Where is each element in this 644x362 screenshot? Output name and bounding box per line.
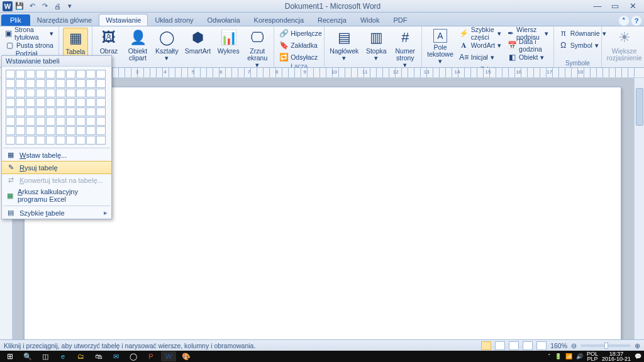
qat-dropdown-icon[interactable]: ▾ xyxy=(64,1,75,11)
grid-cell[interactable] xyxy=(86,70,96,79)
word-taskbar-icon[interactable]: W xyxy=(161,351,176,361)
more-brightness-button[interactable]: ☀Większe rozjaśnienie xyxy=(606,28,643,63)
view-web[interactable] xyxy=(509,341,519,350)
grid-cell[interactable] xyxy=(26,126,35,135)
grid-cell[interactable] xyxy=(76,117,86,126)
close-button[interactable]: ✕ xyxy=(625,1,640,11)
grid-cell[interactable] xyxy=(76,89,86,97)
grid-cell[interactable] xyxy=(16,136,25,145)
sym-btn-0[interactable]: πRównanie ▾ xyxy=(558,28,608,39)
chrome-icon[interactable]: ◯ xyxy=(126,351,141,361)
grid-cell[interactable] xyxy=(6,126,15,135)
grid-cell[interactable] xyxy=(16,70,25,79)
grid-cell[interactable] xyxy=(86,136,96,145)
grid-cell[interactable] xyxy=(16,89,25,97)
grid-cell[interactable] xyxy=(36,136,45,145)
grid-cell[interactable] xyxy=(36,70,45,79)
text-a-1[interactable]: 𝐀WordArt ▾ xyxy=(458,40,502,51)
vertical-scrollbar[interactable] xyxy=(634,78,644,339)
grid-cell[interactable] xyxy=(56,98,65,107)
grid-cell[interactable] xyxy=(66,98,75,107)
view-outline[interactable] xyxy=(523,341,533,350)
tab-pdf[interactable]: PDF xyxy=(386,14,414,26)
undo-icon[interactable]: ↶ xyxy=(26,1,38,11)
grid-cell[interactable] xyxy=(86,107,96,116)
grid-cell[interactable] xyxy=(16,107,25,116)
view-full-screen[interactable] xyxy=(495,341,505,350)
grid-cell[interactable] xyxy=(86,79,96,88)
grid-cell[interactable] xyxy=(66,136,75,145)
text-a-0[interactable]: ⚡Szybkie części ▾ xyxy=(458,28,502,39)
cover-page-button[interactable]: ▣Strona tytułowa ▾ xyxy=(4,28,55,39)
grid-cell[interactable] xyxy=(16,98,25,107)
view-draft[interactable] xyxy=(536,341,547,350)
grid-cell[interactable] xyxy=(16,117,25,126)
grid-cell[interactable] xyxy=(56,136,65,145)
grid-cell[interactable] xyxy=(26,117,35,126)
grid-cell[interactable] xyxy=(76,126,86,135)
illus-btn-1[interactable]: 👤Obiekt clipart xyxy=(125,28,150,70)
grid-cell[interactable] xyxy=(6,136,15,145)
grid-cell[interactable] xyxy=(16,126,25,135)
tab-references[interactable]: Odwołania xyxy=(201,14,247,26)
grid-cell[interactable] xyxy=(96,126,106,135)
grid-cell[interactable] xyxy=(46,107,55,116)
scrollbar-thumb[interactable] xyxy=(636,88,643,126)
tab-layout[interactable]: Układ strony xyxy=(148,14,200,26)
notifications-icon[interactable]: 💬 xyxy=(635,353,641,359)
text-a-2[interactable]: A≡Inicjał ▾ xyxy=(458,52,502,63)
volume-icon[interactable]: 🔊 xyxy=(576,353,583,359)
grid-cell[interactable] xyxy=(36,98,45,107)
tab-mailings[interactable]: Korespondencja xyxy=(247,14,311,26)
grid-cell[interactable] xyxy=(76,136,86,145)
grid-cell[interactable] xyxy=(6,117,15,126)
text-b-1[interactable]: 📅Data i godzina xyxy=(506,40,550,51)
grid-cell[interactable] xyxy=(6,107,15,116)
tab-review[interactable]: Recenzja xyxy=(311,14,353,26)
print-icon[interactable]: 🖨 xyxy=(52,1,63,11)
text-b-2[interactable]: ◧Obiekt ▾ xyxy=(506,52,550,63)
tab-insert[interactable]: Wstawianie xyxy=(99,14,148,26)
tab-view[interactable]: Widok xyxy=(353,14,387,26)
quick-tables-menuitem[interactable]: ▤Szybkie tabele▸ xyxy=(2,207,111,219)
grid-cell[interactable] xyxy=(96,89,106,97)
grid-cell[interactable] xyxy=(36,107,45,116)
sym-btn-1[interactable]: ΩSymbol ▾ xyxy=(558,40,608,51)
grid-cell[interactable] xyxy=(6,79,15,88)
grid-cell[interactable] xyxy=(6,89,15,97)
grid-cell[interactable] xyxy=(66,126,75,135)
grid-cell[interactable] xyxy=(56,89,65,97)
help-icon[interactable]: ? xyxy=(631,16,641,26)
grid-cell[interactable] xyxy=(6,70,15,79)
grid-cell[interactable] xyxy=(86,89,96,97)
grid-cell[interactable] xyxy=(56,126,65,135)
grid-cell[interactable] xyxy=(46,70,55,79)
grid-cell[interactable] xyxy=(96,79,106,88)
language-indicator[interactable]: POLPLP xyxy=(587,351,598,361)
edge-icon[interactable]: e xyxy=(55,351,70,361)
grid-cell[interactable] xyxy=(76,70,86,79)
zoom-value[interactable]: 160% xyxy=(550,342,567,349)
text-box-button[interactable]: A Pole tekstowe ▾ xyxy=(426,28,454,66)
grid-cell[interactable] xyxy=(46,98,55,107)
file-tab[interactable]: Plik xyxy=(1,14,30,26)
zoom-out-button[interactable]: ⊖ xyxy=(571,342,577,349)
grid-cell[interactable] xyxy=(36,126,45,135)
grid-cell[interactable] xyxy=(46,136,55,145)
grid-cell[interactable] xyxy=(56,107,65,116)
grid-cell[interactable] xyxy=(6,98,15,107)
grid-cell[interactable] xyxy=(46,126,55,135)
insert-table-menuitem[interactable]: ▦Wstaw tabelę... xyxy=(2,149,111,161)
grid-cell[interactable] xyxy=(96,98,106,107)
links-btn-2[interactable]: 🔁Odsyłacz xyxy=(278,52,323,63)
task-view-icon[interactable]: ◫ xyxy=(38,351,53,361)
illus-btn-2[interactable]: ◯Kształty ▾ xyxy=(154,28,180,70)
grid-cell[interactable] xyxy=(46,79,55,88)
grid-cell[interactable] xyxy=(76,98,86,107)
draw-table-menuitem[interactable]: ✎Rysuj tabelę xyxy=(2,161,111,174)
search-icon[interactable]: 🔍 xyxy=(20,351,35,361)
explorer-icon[interactable]: 🗂 xyxy=(73,351,88,361)
grid-cell[interactable] xyxy=(26,89,35,97)
start-button[interactable]: ⊞ xyxy=(3,351,18,361)
grid-cell[interactable] xyxy=(96,117,106,126)
